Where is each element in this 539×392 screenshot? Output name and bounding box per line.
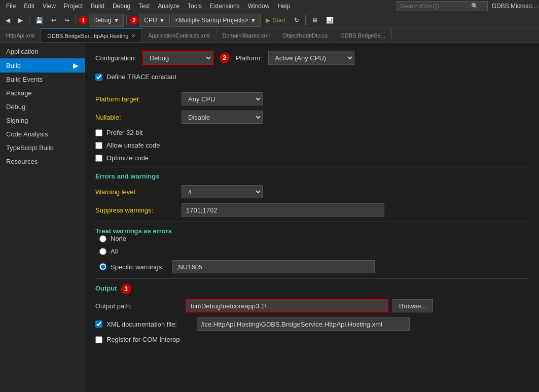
start-btn[interactable]: ▶ Start bbox=[262, 14, 289, 27]
output-section: Output3 Output path: Browse... XML docum… bbox=[95, 278, 529, 343]
unsafe-row: Allow unsafe code bbox=[95, 141, 529, 149]
sidebar-item-build-events[interactable]: Build Events bbox=[0, 73, 85, 86]
warning-level-row: Warning level: 4 bbox=[95, 185, 529, 198]
specific-radio[interactable] bbox=[99, 263, 106, 270]
sidebar-item-typescript[interactable]: TypeScript Build bbox=[0, 141, 85, 155]
startup-dropdown[interactable]: <Multiple Startup Projects> ▼ bbox=[171, 14, 261, 27]
platform-target-label: Platform target: bbox=[95, 95, 182, 103]
debug-dropdown-btn[interactable]: Debug ▼ bbox=[89, 14, 124, 27]
startup-arrow: ▼ bbox=[250, 17, 257, 24]
define-trace-checkbox[interactable] bbox=[95, 74, 102, 81]
close-icon[interactable]: ✕ bbox=[131, 33, 135, 39]
back-btn[interactable]: ◀ bbox=[2, 14, 14, 27]
debug-label: Debug bbox=[93, 17, 111, 24]
sidebar-arrow-icon: ▶ bbox=[73, 61, 79, 69]
sidebar-item-build-label: Build bbox=[6, 62, 21, 69]
platform-target-select[interactable]: Any CPU bbox=[182, 92, 263, 105]
redo-btn[interactable]: ↪ bbox=[61, 14, 73, 27]
sidebar-item-package[interactable]: Package bbox=[0, 86, 85, 100]
sidebar-item-debug[interactable]: Debug bbox=[0, 100, 85, 114]
badge2: 2 bbox=[129, 16, 138, 25]
menu-file[interactable]: File bbox=[2, 2, 20, 11]
play-icon: ▶ bbox=[266, 17, 270, 24]
specific-input[interactable] bbox=[172, 260, 375, 273]
chart-btn[interactable]: 📊 bbox=[322, 14, 337, 27]
xml-doc-label: XML documentation file: bbox=[106, 320, 193, 328]
tab-gdbs-bridge[interactable]: GDBS.BridgeSer...ttpApi.Hosting ✕ bbox=[41, 28, 142, 43]
sidebar-item-build[interactable]: Build ▶ bbox=[0, 58, 85, 73]
optimize-checkbox[interactable] bbox=[95, 155, 102, 162]
tab-gdbs-bridge2[interactable]: GDBS.BridgeSe... bbox=[334, 28, 392, 43]
xml-doc-row: XML documentation file: bbox=[95, 317, 529, 331]
xml-doc-input[interactable] bbox=[197, 317, 410, 331]
nullable-select[interactable]: Disable bbox=[182, 111, 263, 124]
tab-app-contracts[interactable]: ApplicationContracts.xml bbox=[142, 28, 216, 43]
menu-bar: File Edit View Project Build Debug Test … bbox=[0, 0, 539, 12]
suppress-row: Suppress warnings: bbox=[95, 203, 529, 217]
search-input[interactable] bbox=[400, 3, 471, 9]
badge2-inline: 2 bbox=[220, 53, 230, 63]
sidebar-item-resources[interactable]: Resources bbox=[0, 155, 85, 168]
unsafe-label: Allow unsafe code bbox=[106, 141, 160, 149]
optimize-label: Optimize code bbox=[106, 154, 149, 162]
menu-help[interactable]: Help bbox=[273, 2, 294, 11]
none-radio[interactable] bbox=[99, 235, 106, 242]
com-interop-row: Register for COM interop bbox=[95, 336, 529, 343]
menu-view[interactable]: View bbox=[39, 2, 60, 11]
prefer32-checkbox[interactable] bbox=[95, 129, 102, 136]
monitor-btn[interactable]: 🖥 bbox=[308, 14, 321, 27]
cpu-arrow: ▼ bbox=[159, 17, 165, 24]
output-section-title: Output bbox=[95, 284, 117, 292]
menu-project[interactable]: Project bbox=[60, 2, 87, 11]
sidebar-item-resources-label: Resources bbox=[6, 158, 38, 165]
menu-debug[interactable]: Debug bbox=[109, 2, 134, 11]
output-path-row: Output path: Browse... bbox=[95, 299, 529, 312]
cpu-dropdown[interactable]: CPU ▼ bbox=[139, 14, 169, 27]
tab-httpapi[interactable]: HttpApi.xml bbox=[0, 28, 41, 43]
none-label: None bbox=[111, 235, 126, 242]
menu-tools[interactable]: Tools bbox=[184, 2, 206, 11]
start-label: Start bbox=[272, 17, 285, 24]
badge1: 1 bbox=[79, 16, 88, 25]
platform-select[interactable]: Active (Any CPU) bbox=[268, 51, 354, 65]
browse-button[interactable]: Browse... bbox=[392, 299, 433, 312]
sep4 bbox=[305, 15, 306, 25]
all-radio[interactable] bbox=[99, 248, 106, 255]
unsafe-checkbox[interactable] bbox=[95, 142, 102, 149]
menu-build[interactable]: Build bbox=[87, 2, 109, 11]
sidebar-item-application[interactable]: Application bbox=[0, 45, 85, 58]
tab-objectnode-label: ObjectNodeDto.cs bbox=[282, 32, 328, 39]
errors-section: Errors and warnings Warning level: 4 Sup… bbox=[95, 167, 529, 217]
suppress-label: Suppress warnings: bbox=[95, 206, 182, 214]
undo-btn[interactable]: ↩ bbox=[48, 14, 60, 27]
tab-objectnode[interactable]: ObjectNodeDto.cs bbox=[276, 28, 334, 43]
com-interop-checkbox[interactable] bbox=[95, 336, 102, 343]
refresh-btn[interactable]: ↻ bbox=[291, 14, 303, 27]
output-path-input[interactable] bbox=[186, 299, 388, 312]
sidebar-item-code-analysis-label: Code Analysis bbox=[6, 130, 48, 138]
badge3: 3 bbox=[121, 284, 131, 294]
sidebar-item-signing[interactable]: Signing bbox=[0, 114, 85, 127]
treat-section: Treat warnings as errors None All Specif… bbox=[95, 222, 529, 273]
search-bar[interactable]: 🔍 bbox=[397, 1, 488, 11]
forward-btn[interactable]: ▶ bbox=[15, 14, 26, 27]
menu-window[interactable]: Window bbox=[244, 2, 274, 11]
nullable-row: Nullable: Disable bbox=[95, 111, 529, 124]
tab-domain-shared[interactable]: DomainShared.xml bbox=[217, 28, 277, 43]
main-layout: Application Build ▶ Build Events Package… bbox=[0, 43, 539, 392]
cpu-label: CPU bbox=[144, 17, 157, 24]
all-radio-row: All bbox=[99, 247, 529, 255]
com-interop-label: Register for COM interop bbox=[106, 336, 180, 343]
menu-extensions[interactable]: Extensions bbox=[206, 2, 244, 11]
xml-doc-checkbox[interactable] bbox=[95, 320, 102, 328]
config-select[interactable]: Debug bbox=[142, 51, 213, 65]
sidebar-item-code-analysis[interactable]: Code Analysis bbox=[0, 127, 85, 141]
treat-section-title: Treat warnings as errors bbox=[95, 227, 172, 235]
save-btn[interactable]: 💾 bbox=[32, 14, 47, 27]
menu-edit[interactable]: Edit bbox=[20, 2, 39, 11]
warning-level-select[interactable]: 4 bbox=[182, 185, 263, 198]
menu-test[interactable]: Test bbox=[134, 2, 154, 11]
suppress-input[interactable] bbox=[182, 203, 384, 217]
menu-analyze[interactable]: Analyze bbox=[154, 2, 184, 11]
debug-dropdown-arrow: ▼ bbox=[113, 17, 119, 24]
